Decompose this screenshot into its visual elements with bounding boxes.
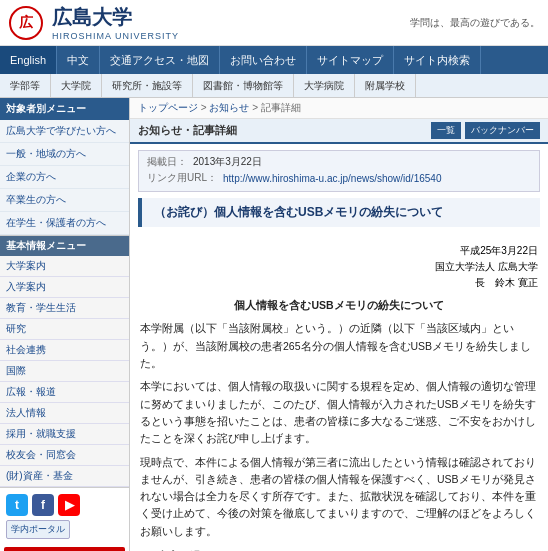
article-date: 平成25年3月22日 (460, 245, 538, 256)
youtube-link[interactable]: ▶ (58, 494, 80, 516)
link-label: リンク用URL： (147, 171, 217, 185)
article-para-3: 現時点で、本件による個人情報が第三者に流出したという情報は確認されておりませんが… (140, 454, 538, 541)
article-date-author: 平成25年3月22日 国立大学法人 広島大学 長 鈴木 寛正 (140, 243, 538, 291)
sidebar-item-learn[interactable]: 広島大学で学びたい方へ (0, 120, 129, 143)
sidebar-item-alumni-assoc[interactable]: 校友会・同窓会 (0, 445, 129, 466)
breadcrumb: トップページ > お知らせ > 記事詳細 (130, 98, 548, 119)
basic-menu-title: 基本情報メニュー (0, 236, 129, 256)
university-logo: 広 (8, 5, 44, 41)
nav-access[interactable]: 交通アクセス・地図 (100, 46, 220, 74)
content-area: トップページ > お知らせ > 記事詳細 お知らせ・記事詳細 一覧 バックナンバ… (130, 98, 548, 551)
header: 広 広島大学 HIROSHIMA UNIVERSITY 学問は、最高の遊びである… (0, 0, 548, 98)
target-menu-section: 対象者別メニュー 広島大学で学びたい方へ 一般・地域の方へ 企業の方へ 卒業生の… (0, 98, 129, 236)
university-name-ja: 広島大学 (52, 4, 179, 31)
article-para-1: 本学附属（以下「当該附属校」という。）の近隣（以下「当該区域内」という。）が、当… (140, 320, 538, 372)
sidebar: 対象者別メニュー 広島大学で学びたい方へ 一般・地域の方へ 企業の方へ 卒業生の… (0, 98, 130, 551)
sidebar-item-foundation[interactable]: (財)資産・基金 (0, 466, 129, 487)
sidebar-item-social[interactable]: 社会連携 (0, 340, 129, 361)
sidebar-item-international[interactable]: 国際 (0, 361, 129, 382)
video-channel-link[interactable]: 広大動画チャンネル (4, 547, 125, 551)
article-header-bar: お知らせ・記事詳細 一覧 バックナンバー (130, 119, 548, 144)
sidebar-item-recruit[interactable]: 採用・就職支援 (0, 424, 129, 445)
nav-search[interactable]: サイト内検索 (394, 46, 481, 74)
svg-text:広: 広 (18, 14, 34, 30)
article-org1: 国立大学法人 広島大学 (435, 261, 538, 272)
post-date-label: 掲載日： (147, 155, 187, 169)
nav-contact[interactable]: お問い合わせ (220, 46, 307, 74)
breadcrumb-section[interactable]: お知らせ (209, 102, 249, 113)
list-button[interactable]: 一覧 (431, 122, 461, 139)
sidebar-item-students[interactable]: 在学生・保護者の方へ (0, 212, 129, 235)
basic-menu-section: 基本情報メニュー 大学案内 入学案内 教育・学生生活 研究 社会連携 国際 広報… (0, 236, 129, 488)
portal-link[interactable]: 学内ポータル (6, 520, 70, 539)
sidebar-item-business[interactable]: 企業の方へ (0, 166, 129, 189)
sidebar-item-legal[interactable]: 法人情報 (0, 403, 129, 424)
sidebar-item-admission[interactable]: 入学案内 (0, 277, 129, 298)
article-section-label: お知らせ・記事詳細 (138, 123, 431, 138)
article-link[interactable]: http://www.hiroshima-u.ac.jp/news/show/i… (223, 173, 441, 184)
sidebar-item-alumni[interactable]: 卒業生の方へ (0, 189, 129, 212)
sidebar-item-community[interactable]: 一般・地域の方へ (0, 143, 129, 166)
sidebar-item-about[interactable]: 大学案内 (0, 256, 129, 277)
backnumber-button[interactable]: バックナンバー (465, 122, 540, 139)
twitter-link[interactable]: t (6, 494, 28, 516)
article-title: （お詫び）個人情報を含むUSBメモリの紛失について (138, 198, 540, 227)
sidebar-item-education[interactable]: 教育・学生生活 (0, 298, 129, 319)
nav-chinese[interactable]: 中文 (57, 46, 100, 74)
article-doc-title: 個人情報を含むUSBメモリの紛失について (140, 297, 538, 314)
subnav-gakubu[interactable]: 学部等 (0, 74, 51, 97)
article-content: 平成25年3月22日 国立大学法人 広島大学 長 鈴木 寛正 個人情報を含むUS… (130, 239, 548, 551)
main-nav: English 中文 交通アクセス・地図 お問い合わせ サイトマップ サイト内検… (0, 46, 548, 74)
subnav-toshokan[interactable]: 図書館・博物館等 (193, 74, 294, 97)
article-para-2: 本学においては、個人情報の取扱いに関する規程を定め、個人情報の適切な管理に努めて… (140, 378, 538, 447)
subnav-kenkyusho[interactable]: 研究所・施設等 (102, 74, 193, 97)
subnav-byoin[interactable]: 大学病院 (294, 74, 355, 97)
subnav-daigakuin[interactable]: 大学院 (51, 74, 102, 97)
article-org2: 長 鈴木 寛正 (475, 277, 538, 288)
subnav-fuzoku[interactable]: 附属学校 (355, 74, 416, 97)
facebook-link[interactable]: f (32, 494, 54, 516)
social-bar: t f ▶ 学内ポータル (0, 488, 129, 545)
nav-sitemap[interactable]: サイトマップ (307, 46, 394, 74)
tagline: 学問は、最高の遊びである。 (410, 16, 540, 30)
article-info-box: 掲載日： 2013年3月22日 リンク用URL： http://www.hiro… (138, 150, 540, 192)
breadcrumb-home[interactable]: トップページ (138, 102, 198, 113)
post-date-value: 2013年3月22日 (193, 155, 262, 169)
sidebar-item-research[interactable]: 研究 (0, 319, 129, 340)
sidebar-item-pr[interactable]: 広報・報道 (0, 382, 129, 403)
article-body: 個人情報を含むUSBメモリの紛失について 本学附属（以下「当該附属校」という。）… (140, 297, 538, 551)
sub-nav: 学部等 大学院 研究所・施設等 図書館・博物館等 大学病院 附属学校 (0, 74, 548, 98)
breadcrumb-current: 記事詳細 (261, 102, 301, 113)
target-menu-title: 対象者別メニュー (0, 98, 129, 120)
university-name-en: HIROSHIMA UNIVERSITY (52, 31, 179, 41)
nav-english[interactable]: English (0, 46, 57, 74)
